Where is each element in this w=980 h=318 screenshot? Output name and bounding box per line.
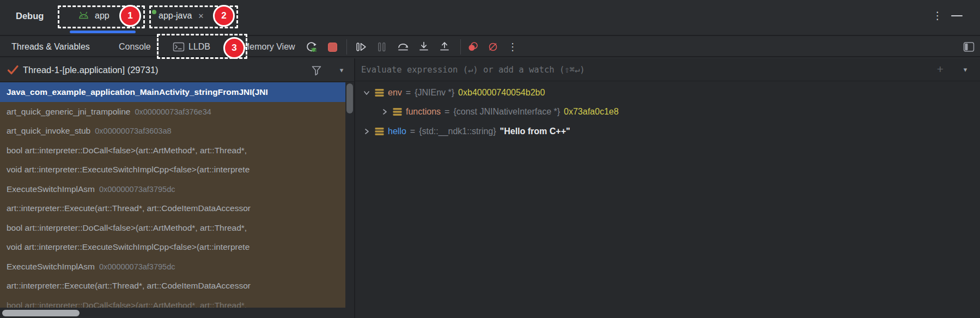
step-over-button[interactable] bbox=[397, 40, 410, 53]
active-tab-underline bbox=[70, 31, 136, 33]
stack-frame-row[interactable]: void art::interpreter::ExecuteSwitchImpl… bbox=[0, 237, 345, 257]
stack-frame-row[interactable]: ExecuteSwitchImplAsm0x00000073af3795dc bbox=[0, 257, 345, 277]
variables-panel: Evaluate expression (↵) or add a watch (… bbox=[355, 58, 980, 318]
variable-type: {std::__ndk1::string} bbox=[419, 127, 496, 136]
stack-frame-row[interactable]: ExecuteSwitchImplAsm0x00000073af3795dc bbox=[0, 179, 345, 199]
debugger-window: Debug app app-java ✕ ⋮ 1 2 3 bbox=[0, 0, 980, 318]
debugger-content: Thread-1-[ple.application] (29731) ▾ Jav… bbox=[0, 58, 980, 318]
stack-frames-list: Java_com_example_application_MainActivit… bbox=[0, 82, 345, 308]
variable-row-functions[interactable]: functions = {const JNINativeInterface *}… bbox=[355, 103, 980, 122]
variable-name: env bbox=[388, 88, 402, 98]
debug-toolwindow-titlebar: Debug app app-java ✕ ⋮ bbox=[0, 0, 980, 36]
hide-toolwindow-icon[interactable] bbox=[951, 15, 963, 16]
variable-type: {JNIEnv *} bbox=[415, 88, 454, 98]
step-out-button[interactable] bbox=[438, 40, 451, 53]
stack-frame-row[interactable]: bool art::interpreter::DoCall<false>(art… bbox=[0, 296, 345, 308]
variable-value: "Hello from C++" bbox=[500, 127, 570, 136]
variable-structure-icon bbox=[375, 88, 384, 97]
toolbar-separator bbox=[460, 39, 461, 55]
annotation-badge-2: 2 bbox=[213, 5, 235, 27]
mute-breakpoints-button[interactable] bbox=[486, 40, 500, 53]
variable-value: 0xb40000740054b2b0 bbox=[458, 88, 545, 98]
view-breakpoints-button[interactable] bbox=[466, 40, 479, 53]
stack-frame-row[interactable]: void art::interpreter::ExecuteSwitchImpl… bbox=[0, 160, 345, 179]
variable-structure-icon bbox=[393, 107, 402, 116]
layout-settings-icon[interactable] bbox=[962, 40, 975, 53]
toolbar-separator bbox=[346, 39, 347, 55]
debugger-tab-row: Threads & Variables Console LLDB Memory … bbox=[0, 37, 980, 57]
tab-memory-view[interactable]: Memory View bbox=[242, 37, 295, 57]
variables-tree: env = {JNIEnv *} 0xb40000740054b2b0 bbox=[355, 83, 980, 141]
stop-button[interactable] bbox=[326, 40, 339, 53]
resume-program-button[interactable] bbox=[355, 40, 368, 53]
horizontal-scrollbar-thumb[interactable] bbox=[2, 310, 80, 316]
add-watch-icon[interactable]: + bbox=[934, 58, 947, 81]
equals-sign: = bbox=[410, 127, 415, 136]
frames-panel: Thread-1-[ple.application] (29731) ▾ Jav… bbox=[0, 58, 354, 318]
variable-structure-icon bbox=[375, 127, 384, 136]
stack-frame-row[interactable]: bool art::interpreter::DoCall<false>(art… bbox=[0, 141, 345, 160]
annotation-badge-3: 3 bbox=[223, 37, 245, 59]
tab-console[interactable]: Console bbox=[119, 37, 151, 57]
stack-frame-row[interactable]: art_quick_generic_jni_trampoline0x000000… bbox=[0, 102, 345, 122]
thread-selector-value: Thread-1-[ple.application] (29731) bbox=[23, 58, 159, 82]
pause-program-button[interactable] bbox=[375, 40, 388, 53]
variable-row-env[interactable]: env = {JNIEnv *} 0xb40000740054b2b0 bbox=[355, 83, 980, 103]
rerun-debug-button[interactable] bbox=[305, 40, 318, 53]
step-into-button[interactable] bbox=[417, 40, 430, 53]
watches-dropdown-chevron-icon[interactable]: ▾ bbox=[959, 58, 972, 81]
vertical-scrollbar-thumb[interactable] bbox=[346, 83, 353, 113]
stack-frame-row[interactable]: bool art::interpreter::DoCall<false>(art… bbox=[0, 218, 345, 238]
equals-sign: = bbox=[406, 88, 411, 98]
stack-frame-row[interactable]: art::interpreter::Execute(art::Thread*, … bbox=[0, 199, 345, 218]
stack-frame-row[interactable]: art_quick_invoke_stub0x00000073af3603a8 bbox=[0, 121, 345, 141]
thread-selector-bar[interactable]: Thread-1-[ple.application] (29731) ▾ bbox=[0, 58, 354, 82]
variable-value: 0x73afa0c1e8 bbox=[564, 107, 619, 117]
chevron-right-icon[interactable] bbox=[362, 127, 371, 136]
evaluate-expression-input[interactable]: Evaluate expression (↵) or add a watch (… bbox=[361, 58, 585, 81]
stack-frame-row[interactable]: Java_com_example_application_MainActivit… bbox=[0, 82, 345, 102]
toolwindow-title: Debug bbox=[16, 0, 44, 32]
chevron-down-icon[interactable] bbox=[362, 88, 371, 97]
toolbar-more-icon[interactable]: ⋮ bbox=[507, 37, 519, 57]
variable-name: hello bbox=[388, 127, 406, 136]
evaluate-expression-bar[interactable]: Evaluate expression (↵) or add a watch (… bbox=[355, 58, 980, 81]
variable-type: {const JNINativeInterface *} bbox=[453, 107, 560, 117]
variable-row-hello[interactable]: hello = {std::__ndk1::string} "Hello fro… bbox=[355, 122, 980, 141]
stop-icon bbox=[328, 43, 337, 52]
thread-status-check-icon bbox=[7, 64, 20, 77]
equals-sign: = bbox=[445, 107, 449, 117]
annotation-badge-1: 1 bbox=[119, 5, 141, 27]
stack-frame-row[interactable]: art::interpreter::Execute(art::Thread*, … bbox=[0, 276, 345, 296]
titlebar-more-options-icon[interactable]: ⋮ bbox=[932, 0, 944, 32]
filter-icon[interactable] bbox=[311, 65, 322, 77]
thread-dropdown-chevron-icon[interactable]: ▾ bbox=[336, 58, 348, 82]
tab-threads-and-variables[interactable]: Threads & Variables bbox=[11, 37, 90, 57]
chevron-right-icon[interactable] bbox=[380, 107, 389, 116]
variable-name: functions bbox=[406, 107, 441, 117]
